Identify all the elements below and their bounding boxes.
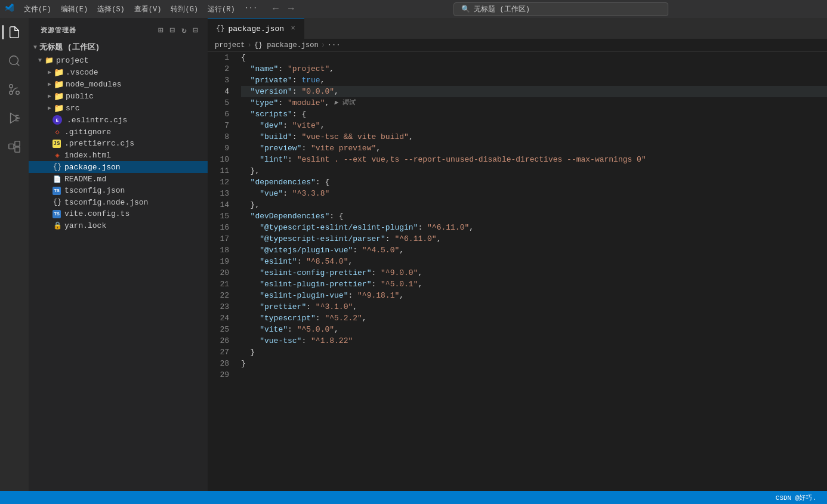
src-icon: 📁 (54, 103, 63, 113)
tab-close-button[interactable]: × (288, 23, 298, 34)
titlebar: 文件(F) 编辑(E) 选择(S) 查看(V) 转到(G) 运行(R) ··· … (0, 0, 827, 18)
workspace-header[interactable]: ▼ 无标题 (工作区) (29, 40, 208, 54)
tree-item-package-json[interactable]: {} package.json (29, 161, 208, 173)
token: { (241, 52, 246, 63)
token: "build" (241, 131, 292, 143)
svg-point-0 (10, 56, 18, 65)
menu-more[interactable]: ··· (240, 2, 263, 17)
token: , (418, 267, 422, 279)
src-chevron: ▶ (48, 104, 51, 112)
activity-search[interactable] (2, 49, 26, 73)
new-folder-button[interactable]: ⊟ (168, 24, 177, 36)
public-icon: 📁 (54, 91, 63, 101)
main-area: 资源管理器 ⊞ ⊟ ↻ ⊟ ▼ 无标题 (工作区) ▼ 📁 project (0, 18, 827, 491)
activity-explorer[interactable] (2, 20, 26, 44)
token: : (418, 222, 427, 233)
nav-back[interactable]: ← (269, 2, 282, 16)
tree-item-index-html[interactable]: ◈ index.html (29, 149, 208, 161)
tree-item-public[interactable]: ▶ 📁 public (29, 90, 208, 102)
token: : (283, 188, 292, 199)
svg-rect-10 (9, 144, 14, 149)
token: "eslint-plugin-vue" (241, 290, 348, 301)
activity-extensions[interactable] (2, 135, 26, 159)
code-line-21: "eslint-plugin-prettier": "^5.0.1", (241, 279, 827, 290)
vite-config-icon: TS (53, 210, 61, 218)
menu-view[interactable]: 查看(V) (129, 2, 166, 17)
search-area: 🔍 无标题 (工作区) (300, 2, 822, 16)
code-line-16: "@typescript-eslint/eslint-plugin": "^6.… (241, 222, 827, 233)
tree-item-tsconfig-node[interactable]: {} tsconfig.node.json (29, 196, 208, 208)
workspace-label: 无标题 (工作区) (39, 42, 100, 52)
token: : (316, 313, 325, 324)
yarn-lock-label: yarn.lock (64, 221, 203, 230)
tree-item-vscode[interactable]: ▶ 📁 .vscode (29, 66, 208, 78)
activity-git[interactable] (2, 78, 26, 101)
vscode-logo (5, 3, 14, 16)
breadcrumb-project[interactable]: project (215, 41, 245, 50)
menu-select[interactable]: 选择(S) (92, 2, 129, 17)
token: "@vitejs/plugin-vue" (241, 245, 353, 256)
token: : (371, 279, 381, 290)
token: "@typescript-eslint/parser" (241, 233, 385, 245)
line-number-11: 11 (215, 165, 229, 177)
tree-item-project[interactable]: ▼ 📁 project (29, 54, 208, 66)
line-number-5: 5 (215, 97, 229, 109)
tab-bar: {} package.json × (208, 18, 827, 39)
tree-item-yarn-lock[interactable]: 🔒 yarn.lock (29, 219, 208, 231)
svg-point-3 (10, 85, 13, 88)
tree-item-prettierrc[interactable]: JS .prettierrc.cjs (29, 138, 208, 149)
tree-item-src[interactable]: ▶ 📁 src (29, 102, 208, 114)
code-line-12: "dependencies": { (241, 177, 827, 188)
editor-content[interactable]: 1234567891011121314151617181920212223242… (208, 52, 827, 491)
token: "vue-tsc" (241, 335, 301, 347)
code-editor[interactable]: { "name": "project", "private": true, "v… (236, 52, 827, 491)
token: , (348, 256, 353, 267)
token: "^5.2.2" (325, 313, 362, 324)
menu-run[interactable]: 运行(R) (203, 2, 240, 17)
line-number-18: 18 (215, 245, 229, 256)
token: , (325, 97, 329, 109)
menu-file[interactable]: 文件(F) (19, 2, 56, 17)
tree-item-tsconfig[interactable]: TS tsconfig.json (29, 185, 208, 196)
breadcrumb-file[interactable]: {} package.json (254, 41, 319, 50)
menu-goto[interactable]: 转到(G) (166, 2, 203, 17)
token: : (306, 301, 316, 313)
collapse-button[interactable]: ⊟ (192, 24, 200, 36)
line-number-15: 15 (215, 211, 229, 222)
editor-tab-package-json[interactable]: {} package.json × (208, 18, 304, 39)
tree-item-node-modules[interactable]: ▶ 📁 node_modules (29, 78, 208, 90)
search-box[interactable]: 🔍 无标题 (工作区) (453, 2, 668, 16)
token: "preview" (241, 143, 301, 154)
token: { (339, 211, 344, 222)
breadcrumb-more[interactable]: ··· (328, 41, 341, 50)
line-number-16: 16 (215, 222, 229, 233)
menu-edit[interactable]: 编辑(E) (56, 2, 93, 17)
token: "^1.8.22" (311, 335, 353, 347)
token: "^3.3.8" (292, 188, 329, 199)
token: : (292, 75, 302, 86)
nav-forward[interactable]: → (285, 2, 298, 16)
workspace-chevron: ▼ (33, 44, 37, 51)
token: , (329, 63, 334, 75)
breadcrumb: project › {} package.json › ··· (208, 39, 827, 52)
token: , (418, 279, 422, 290)
code-line-4: "version": "0.0.0", (241, 86, 827, 97)
token: "module" (288, 97, 325, 109)
tab-file-icon: {} (216, 24, 224, 33)
tree-item-readme[interactable]: 📄 README.md (29, 173, 208, 185)
token: , (334, 86, 339, 97)
token: "private" (241, 75, 292, 86)
token: }, (241, 165, 260, 177)
token: : (301, 143, 311, 154)
new-file-button[interactable]: ⊞ (156, 24, 165, 36)
tree-item-eslintrc[interactable]: E .eslintrc.cjs (29, 114, 208, 126)
line-number-4: 4 (215, 86, 229, 97)
line-number-14: 14 (215, 199, 229, 211)
tree-item-vite-config[interactable]: TS vite.config.ts (29, 208, 208, 219)
tree-item-gitignore[interactable]: ◇ .gitignore (29, 126, 208, 138)
sidebar-actions: ⊞ ⊟ ↻ ⊟ (156, 24, 200, 36)
token: "^9.18.1" (357, 290, 399, 301)
token: , (334, 324, 339, 335)
activity-run[interactable] (2, 106, 26, 130)
refresh-button[interactable]: ↻ (180, 24, 189, 36)
